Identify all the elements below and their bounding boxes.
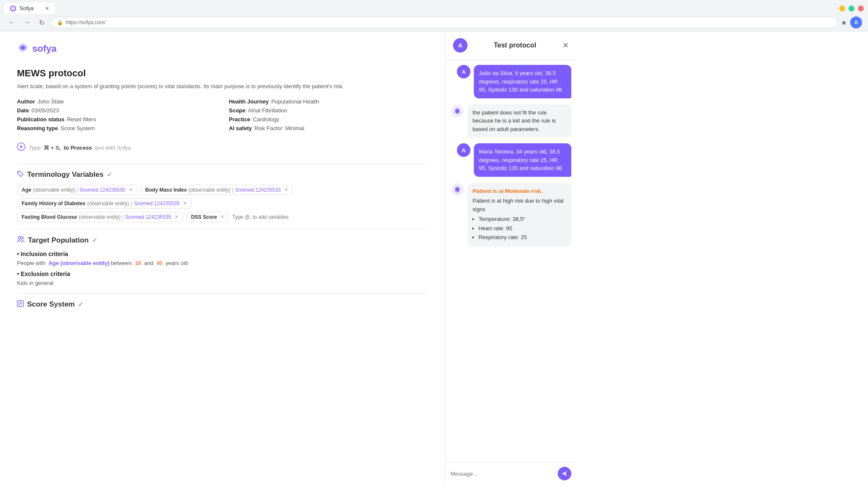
- terminology-title: Terminology Variables: [27, 170, 103, 179]
- inclusion-num2: 45: [156, 260, 162, 266]
- user-bubble-1: João da Silva, 6 years old, 38.5 degrees…: [474, 65, 571, 98]
- protocol-title: MEWS protocol: [17, 68, 428, 79]
- tag-icon: [17, 170, 24, 179]
- author-label: Author: [17, 98, 35, 105]
- ai-label: AI safety: [229, 125, 252, 131]
- health-value: Populational Health: [271, 98, 319, 105]
- meta-practice: Practice Cardiology: [229, 116, 428, 123]
- url-text: https://sofya.com/: [66, 20, 106, 25]
- svg-point-8: [21, 237, 23, 239]
- sofya-avatar-1: [451, 104, 464, 118]
- scope-label: Scope: [229, 107, 245, 114]
- logo-link[interactable]: sofya: [17, 42, 56, 56]
- target-population-header: Target Population ✓: [17, 236, 428, 245]
- inclusion-label: • Inclusion criteria: [17, 251, 428, 257]
- main-content: sofya MEWS protocol Alert scale, based o…: [0, 31, 445, 485]
- bookmark-btn[interactable]: ★: [841, 19, 847, 27]
- target-population-title: Target Population: [28, 236, 89, 245]
- nav-forward-btn[interactable]: →: [21, 18, 33, 27]
- message-4: Patient is at Moderate risk. Patient is …: [451, 183, 571, 247]
- nav-back-btn[interactable]: ←: [6, 18, 18, 27]
- tag-input[interactable]: [232, 212, 300, 222]
- meta-reasoning: Reasoning type Score System: [17, 125, 216, 131]
- chat-area: João da Silva, 6 years old, 38.5 degrees…: [445, 60, 576, 462]
- user-avatar-top[interactable]: A: [453, 38, 467, 53]
- browser-chrome: Sofya ✕ ← → ↻ 🔒 https://sofya.com/ ★ A: [0, 0, 868, 31]
- tag-fasting-close[interactable]: ✕: [175, 214, 178, 220]
- svg-marker-5: [20, 145, 23, 148]
- tab-label: Sofya: [19, 5, 33, 11]
- meta-date: Date 03/05/2023: [17, 107, 216, 114]
- ai-value: Risk Factor: Minimal: [254, 125, 304, 131]
- divider-1: [17, 163, 428, 164]
- risk-vitals-list: Temperature: 38,5° Heart rate: 95 Respir…: [473, 215, 566, 242]
- sofya-avatar-2: [451, 183, 464, 196]
- health-label: Health Journey: [229, 98, 269, 105]
- user-bubble-2: Maria Teixeira, 34 years old, 38.5 degre…: [474, 143, 571, 177]
- reasoning-label: Reasoning type: [17, 125, 58, 131]
- tag-age-close[interactable]: ✕: [129, 187, 133, 192]
- vital-respiratory-rate: Respiratory rate: 25: [479, 233, 566, 242]
- svg-point-0: [11, 6, 15, 11]
- date-value: 03/05/2023: [31, 107, 59, 114]
- tags-row-3: Fasting Blood Glucose (observable entity…: [17, 212, 428, 222]
- bot-risk-bubble: Patient is at Moderate risk. Patient is …: [467, 183, 571, 247]
- score-system-header: Score System ✓: [17, 300, 428, 309]
- process-hint: Type ⌘ + S, to Process text with Sofya: [17, 139, 428, 156]
- window-minimize-btn[interactable]: [839, 6, 845, 11]
- message-3: Maria Teixeira, 34 years old, 38.5 degre…: [451, 143, 571, 177]
- window-maximize-btn[interactable]: [849, 6, 854, 11]
- publication-label: Publication status: [17, 116, 64, 123]
- process-text: Type ⌘ + S, to Process text with Sofya: [29, 145, 131, 151]
- window-controls: [839, 6, 864, 11]
- url-bar[interactable]: 🔒 https://sofya.com/: [50, 17, 837, 28]
- svg-point-7: [18, 237, 21, 239]
- window-close-btn[interactable]: [858, 6, 864, 11]
- bot-bubble-1: the patient does not fit the rule becaus…: [467, 104, 571, 138]
- tab-favicon: [10, 6, 16, 11]
- tag-bmi-close[interactable]: ✕: [284, 187, 288, 192]
- tag-dss-close[interactable]: ✕: [220, 214, 224, 220]
- browser-tab[interactable]: Sofya ✕: [4, 3, 55, 14]
- tag-age: Age (observable entity) | Snomed 1242355…: [17, 185, 137, 195]
- profile-btn[interactable]: A: [850, 17, 862, 28]
- page-layout: sofya MEWS protocol Alert scale, based o…: [0, 31, 868, 485]
- score-icon: [17, 300, 24, 309]
- message-2: the patient does not fit the rule becaus…: [451, 104, 571, 138]
- tag-fasting-glucose: Fasting Blood Glucose (observable entity…: [17, 212, 183, 222]
- inclusion-num1: 18: [135, 260, 141, 266]
- right-panel: A Test protocol ✕ João da Silva, 6 years…: [445, 31, 576, 485]
- message-input-row: [445, 462, 576, 485]
- svg-point-6: [19, 172, 19, 173]
- message-input[interactable]: [451, 471, 554, 477]
- publication-value: Reset filters: [67, 116, 96, 123]
- user-avatar-1: A: [457, 65, 470, 78]
- meta-health-journey: Health Journey Populational Health: [229, 98, 428, 105]
- nav-refresh-btn[interactable]: ↻: [36, 18, 47, 28]
- message-1: João da Silva, 6 years old, 38.5 degrees…: [451, 65, 571, 98]
- panel-title: Test protocol: [494, 42, 536, 49]
- meta-publication: Publication status Reset filters: [17, 116, 216, 123]
- tag-family-close[interactable]: ✕: [183, 201, 187, 206]
- panel-close-btn[interactable]: ✕: [562, 41, 569, 50]
- risk-label: Patient is at Moderate risk.: [473, 187, 566, 195]
- tag-family-history: Family History of Diabetes (observable e…: [17, 198, 192, 209]
- score-system-title: Score System: [27, 300, 75, 309]
- terminology-check-icon: ✓: [107, 170, 112, 178]
- send-button[interactable]: [558, 467, 571, 480]
- meta-author: Author John State: [17, 98, 216, 105]
- practice-value: Cardiology: [253, 116, 279, 123]
- divider-2: [17, 229, 428, 229]
- logo-text: sofya: [32, 43, 56, 54]
- terminology-header: Terminology Variables ✓: [17, 170, 428, 179]
- inclusion-text: People with Age (observable entity) betw…: [17, 260, 428, 266]
- title-bar: Sofya ✕: [0, 0, 868, 14]
- lock-icon: 🔒: [57, 20, 63, 25]
- practice-label: Practice: [229, 116, 250, 123]
- meta-ai-safety: AI safety Risk Factor: Minimal: [229, 125, 428, 131]
- population-check-icon: ✓: [92, 236, 97, 244]
- score-check-icon: ✓: [78, 300, 83, 308]
- tab-close-btn[interactable]: ✕: [45, 6, 49, 11]
- vital-temperature: Temperature: 38,5°: [479, 215, 566, 223]
- protocol-description: Alert scale, based on a system of granti…: [17, 82, 428, 91]
